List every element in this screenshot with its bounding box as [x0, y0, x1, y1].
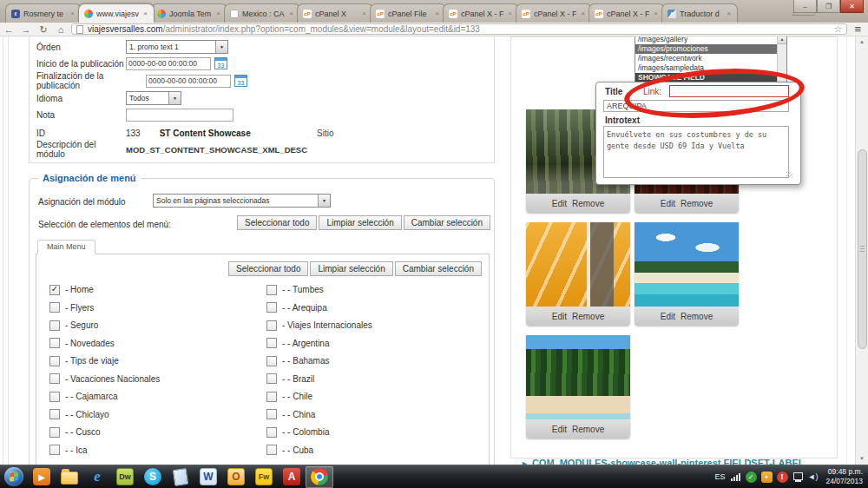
menu-item-checkbox[interactable] [49, 445, 60, 455]
orden-select[interactable]: 1. promo text 1 ▼ [126, 40, 228, 54]
taskbar-app-button[interactable] [56, 466, 83, 488]
browser-tab[interactable]: cPanel X - Fi × [443, 3, 519, 23]
green-check-icon[interactable] [746, 472, 757, 483]
edit-link[interactable]: Edit [661, 199, 675, 208]
close-tab-icon[interactable]: × [361, 10, 367, 17]
back-icon[interactable]: ← [0, 23, 17, 36]
menu-item-checkbox[interactable] [49, 409, 60, 419]
taskbar-app-button[interactable] [28, 466, 56, 488]
edit-link[interactable]: Edit [552, 425, 567, 434]
selection-button[interactable]: Limpiar selección [319, 215, 401, 230]
link-input[interactable] [669, 85, 789, 97]
browser-tab[interactable]: Mexico : CA × [224, 3, 300, 23]
folder-option[interactable]: /images/recentwork [635, 54, 778, 63]
menu-item-checkbox[interactable] [266, 427, 277, 438]
menu-item-checkbox[interactable] [266, 392, 277, 402]
menu-item-checkbox[interactable] [266, 338, 277, 348]
address-bar[interactable]: viajesversalles.com/administrator/index.… [71, 23, 847, 35]
idioma-select[interactable]: Todos ▼ [126, 91, 181, 105]
close-tab-icon[interactable]: × [726, 10, 732, 17]
menu-item-checkbox[interactable] [49, 302, 60, 313]
module-assignment-select[interactable]: Solo en las páginas seleccionadas ▼ [153, 194, 331, 208]
menu-item-checkbox[interactable] [266, 356, 277, 366]
red-alert-icon[interactable] [777, 472, 788, 483]
folder-option[interactable]: /images/sampledata [635, 63, 778, 73]
remove-link[interactable]: Remove [681, 199, 713, 208]
taskbar-app-button[interactable] [0, 466, 28, 488]
tab-main-menu[interactable]: Main Menu [37, 240, 95, 254]
edit-link[interactable]: Edit [661, 312, 675, 321]
menu-item-checkbox[interactable] [266, 320, 277, 331]
browser-tab[interactable]: cPanel X × [297, 3, 373, 23]
taskbar-app-button[interactable] [222, 466, 250, 488]
browser-tab[interactable]: Traductor d × [661, 3, 738, 23]
maximize-button[interactable]: ❐ [817, 0, 840, 13]
taskbar-clock[interactable]: 09:48 p.m. 24/07/2013 [825, 467, 863, 485]
home-icon[interactable]: ⌂ [52, 23, 69, 36]
scroll-up-icon[interactable]: ▲ [778, 36, 786, 44]
menu-item-checkbox[interactable] [266, 373, 277, 384]
menu-item-checkbox[interactable] [49, 320, 60, 331]
close-tab-icon[interactable]: × [215, 10, 221, 17]
taskbar-app-button[interactable] [111, 466, 139, 488]
listbox-scrollbar[interactable]: ▲ [777, 36, 786, 88]
browser-tab[interactable]: cPanel X - Fi × [516, 3, 592, 23]
edit-link[interactable]: Edit [552, 312, 567, 321]
close-button[interactable]: ✕ [840, 0, 864, 13]
introtext-textarea[interactable]: Envuélvete en sus costumbres y de su gen… [603, 126, 789, 178]
forward-icon[interactable]: → [17, 23, 35, 36]
taskbar-app-button[interactable] [278, 466, 306, 488]
menu-item-checkbox[interactable] [49, 338, 60, 348]
selection-button[interactable]: Seleccionar todo [237, 215, 318, 230]
menu-item-checkbox[interactable] [266, 445, 277, 455]
resize-grip-icon[interactable] [786, 172, 792, 178]
close-tab-icon[interactable]: × [507, 10, 513, 17]
browser-tab[interactable]: Rosmery te × [5, 3, 82, 23]
scroll-down-icon[interactable]: ▼ [856, 453, 868, 465]
taskbar-app-button[interactable] [306, 466, 333, 488]
selection-button[interactable]: Cambiar selección [395, 261, 482, 276]
scroll-up-icon[interactable]: ▲ [856, 36, 868, 48]
scrollbar-thumb[interactable] [858, 149, 867, 349]
inicio-input[interactable] [126, 57, 211, 70]
taskbar-app-button[interactable] [167, 466, 194, 488]
remove-link[interactable]: Remove [572, 425, 604, 434]
close-tab-icon[interactable]: × [434, 10, 440, 17]
browser-tab[interactable]: cPanel X - Fi × [589, 3, 665, 23]
page-scrollbar[interactable]: ▲ ▼ [855, 36, 868, 465]
browser-tab[interactable]: Joomla Tem × [151, 3, 227, 23]
menu-item-checkbox[interactable] [49, 427, 60, 438]
menu-item-checkbox[interactable] [49, 392, 60, 402]
taskbar-app-button[interactable] [250, 466, 278, 488]
calendar-icon[interactable]: 33 [214, 57, 227, 69]
remove-link[interactable]: Remove [681, 312, 713, 321]
reload-icon[interactable]: ↻ [35, 23, 52, 36]
bookmark-star-icon[interactable]: ☆ [834, 23, 843, 35]
close-tab-icon[interactable]: × [142, 10, 148, 17]
browser-tab[interactable]: www.viajesv × [78, 3, 155, 23]
orange-badge-icon[interactable] [761, 472, 773, 483]
language-indicator[interactable]: ES [715, 472, 726, 481]
image-folder-listbox[interactable]: ▲ /images/gallery /images/promociones /i… [635, 36, 787, 89]
selection-button[interactable]: Limpiar selección [310, 261, 392, 276]
menu-item-checkbox[interactable] [49, 285, 60, 295]
remove-link[interactable]: Remove [572, 199, 604, 208]
chrome-menu-icon[interactable]: ≡ [854, 23, 861, 36]
edit-link[interactable]: Edit [552, 199, 567, 208]
menu-item-checkbox[interactable] [266, 302, 277, 313]
close-tab-icon[interactable]: × [580, 10, 586, 17]
calendar-icon[interactable]: 33 [234, 75, 247, 87]
fin-input[interactable] [146, 75, 231, 88]
menu-item-checkbox[interactable] [266, 409, 277, 419]
remove-link[interactable]: Remove [572, 312, 604, 321]
minimize-button[interactable]: – [793, 0, 817, 13]
folder-option[interactable]: /images/gallery [635, 36, 778, 44]
taskbar-app-button[interactable] [139, 466, 167, 488]
close-tab-icon[interactable]: × [653, 10, 659, 17]
menu-item-checkbox[interactable] [266, 285, 277, 295]
menu-item-checkbox[interactable] [49, 373, 60, 384]
taskbar-app-button[interactable] [83, 466, 111, 488]
folder-option[interactable]: /images/promociones [635, 44, 778, 54]
browser-tab[interactable]: cPanel File × [370, 3, 446, 23]
selection-button[interactable]: Seleccionar todo [228, 261, 309, 276]
